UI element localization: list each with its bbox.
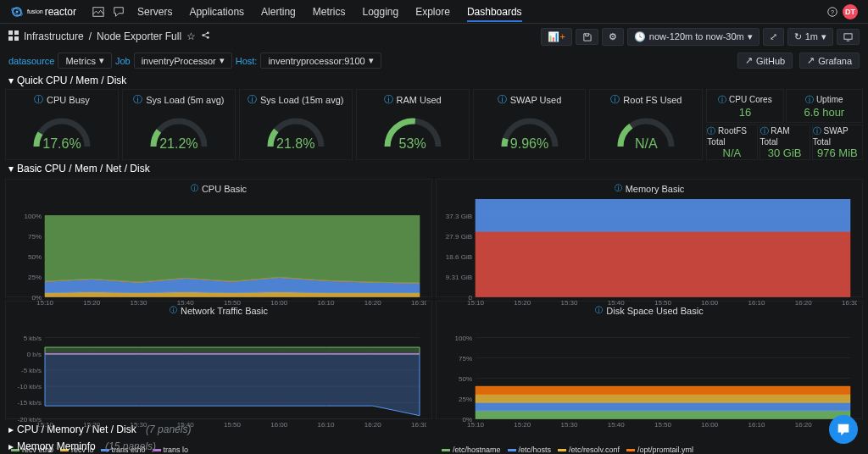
panel-title: ⓘ Sys Load (5m avg): [133, 90, 224, 109]
svg-text:16:00: 16:00: [270, 421, 288, 429]
svg-text:16:00: 16:00: [701, 421, 719, 429]
svg-text:25%: 25%: [28, 274, 42, 281]
navbar: fusion reactor ServersApplicationsAlerti…: [0, 0, 868, 24]
row-quick-header[interactable]: ▾ Quick CPU / Mem / Disk: [0, 72, 868, 89]
breadcrumb-dashboard[interactable]: Node Exporter Full: [97, 30, 181, 42]
svg-text:15:10: 15:10: [467, 299, 485, 307]
svg-text:-15 kb/s: -15 kb/s: [18, 399, 42, 407]
var-host-label: Host:: [236, 56, 258, 66]
image-icon[interactable]: [92, 6, 104, 18]
svg-text:25%: 25%: [459, 396, 472, 403]
nav-item-metrics[interactable]: Metrics: [313, 6, 346, 18]
ram-gauge[interactable]: ⓘ RAM Used 53%: [356, 89, 470, 160]
svg-text:5 kb/s: 5 kb/s: [24, 335, 42, 342]
nav-item-applications[interactable]: Applications: [189, 6, 244, 18]
tv-button[interactable]: [837, 29, 860, 45]
info-icon: ⓘ: [615, 183, 622, 194]
svg-text:15:30: 15:30: [560, 421, 578, 429]
svg-text:100%: 100%: [455, 335, 472, 342]
svg-text:15:20: 15:20: [514, 299, 531, 307]
info-icon: ⓘ: [248, 93, 257, 106]
star-icon[interactable]: ☆: [186, 30, 196, 42]
brand-logo[interactable]: fusion reactor: [10, 5, 76, 19]
legend-item[interactable]: /opt/promtail.yml: [626, 446, 693, 454]
svg-rect-13: [844, 33, 852, 38]
svg-text:15:40: 15:40: [177, 299, 195, 307]
svg-text:15:50: 15:50: [224, 421, 242, 429]
info-icon: ⓘ: [34, 93, 43, 106]
github-link[interactable]: ↗ GitHub: [737, 53, 793, 69]
refresh-picker[interactable]: ↻ 1m ▾: [787, 28, 833, 46]
cpu-cores-stat[interactable]: ⓘ CPU Cores16: [706, 89, 783, 123]
svg-text:16:10: 16:10: [317, 299, 335, 307]
svg-text:15:40: 15:40: [608, 421, 626, 429]
var-datasource-select[interactable]: Metrics ▾: [58, 53, 111, 69]
svg-text:15:10: 15:10: [36, 299, 54, 307]
variable-row: datasource Metrics ▾ Job inventryProcess…: [0, 49, 868, 72]
breadcrumb-folder[interactable]: Infrastructure: [24, 30, 84, 42]
grid-icon: [8, 30, 19, 43]
panel-title: ⓘ RAM Used: [384, 90, 442, 109]
nav-item-explore[interactable]: Explore: [415, 6, 450, 18]
svg-text:16:30: 16:30: [411, 299, 426, 307]
grafana-link[interactable]: ↗ Grafana: [799, 53, 860, 69]
svg-text:15:30: 15:30: [130, 421, 147, 429]
svg-text:16:20: 16:20: [795, 421, 813, 429]
nav-item-servers[interactable]: Servers: [137, 6, 172, 18]
settings-button[interactable]: ⚙: [602, 28, 624, 46]
svg-text:15:20: 15:20: [514, 421, 531, 429]
svg-rect-9: [14, 36, 19, 41]
share-icon[interactable]: [201, 30, 210, 42]
var-job-select[interactable]: inventryProcessor ▾: [134, 53, 232, 69]
chat-icon[interactable]: [113, 6, 125, 18]
svg-text:15:50: 15:50: [654, 421, 672, 429]
uptime-stat[interactable]: ⓘ Uptime6.6 hour: [786, 89, 863, 123]
legend-item[interactable]: /etc/resolv.conf: [558, 446, 620, 454]
intercom-chat-icon[interactable]: [829, 415, 858, 444]
chart-legend: /etc/hostname/etc/hosts/etc/resolv.conf/…: [437, 444, 862, 454]
zoom-out-button[interactable]: ⤢: [763, 28, 784, 46]
svg-text:?: ?: [831, 8, 834, 14]
var-job-label: Job: [115, 56, 131, 66]
help-icon[interactable]: ?: [826, 6, 838, 18]
panel-title: ⓘ Root FS Used: [610, 90, 682, 109]
gauge-value: 53%: [379, 136, 447, 152]
svg-text:15:20: 15:20: [83, 421, 101, 429]
panel-title: ⓘ CPU Busy: [34, 90, 90, 109]
svg-text:15:20: 15:20: [83, 299, 101, 307]
load5-gauge[interactable]: ⓘ Sys Load (5m avg) 21.2%: [122, 89, 236, 160]
cpu-busy-gauge[interactable]: ⓘ CPU Busy 17.6%: [5, 89, 119, 160]
legend-item[interactable]: trans lo: [153, 446, 189, 454]
legend-item[interactable]: /etc/hosts: [508, 446, 552, 454]
nav-item-logging[interactable]: Logging: [362, 6, 398, 18]
add-panel-button[interactable]: 📊+: [541, 28, 571, 46]
nav-item-dashboards[interactable]: Dashboards: [467, 6, 522, 22]
legend-item[interactable]: /etc/hostname: [442, 446, 501, 454]
swap-total-stat[interactable]: ⓘ SWAP Total976 MiB: [812, 125, 863, 160]
svg-text:16:20: 16:20: [364, 299, 382, 307]
memory-basic-panel[interactable]: ⓘ Memory Basic09.31 GiB18.6 GiB27.9 GiB3…: [436, 179, 863, 297]
time-range-picker[interactable]: 🕓 now-120m to now-30m ▾: [627, 28, 760, 46]
svg-text:0 b/s: 0 b/s: [27, 351, 42, 358]
row-basic-header[interactable]: ▾ Basic CPU / Mem / Net / Disk: [0, 160, 868, 177]
gauge-value: N/A: [612, 136, 680, 152]
var-host-select[interactable]: inventryprocessor:9100 ▾: [260, 53, 381, 69]
panel-title: ⓘ SWAP Used: [498, 90, 562, 109]
svg-text:16:10: 16:10: [748, 299, 765, 307]
ram-total-stat[interactable]: ⓘ RAM Total30 GiB: [760, 125, 810, 160]
rootfs-total-stat[interactable]: ⓘ RootFS TotalN/A: [706, 125, 757, 160]
svg-text:-10 kb/s: -10 kb/s: [18, 383, 42, 390]
cpu-basic-panel[interactable]: ⓘ CPU Basic0%25%50%75%100%15:1015:2015:3…: [5, 179, 432, 297]
swap-gauge[interactable]: ⓘ SWAP Used 9.96%: [473, 89, 587, 160]
svg-text:16:20: 16:20: [795, 299, 813, 307]
svg-text:16:00: 16:00: [701, 299, 719, 307]
svg-text:9.31 GiB: 9.31 GiB: [446, 274, 472, 281]
brand-text: reactor: [45, 6, 76, 18]
nav-item-alerting[interactable]: Alerting: [261, 6, 296, 18]
rootfs-gauge[interactable]: ⓘ Root FS Used N/A: [589, 89, 703, 160]
gauge-value: 21.8%: [262, 136, 330, 152]
avatar[interactable]: DT: [843, 4, 858, 19]
svg-text:16:10: 16:10: [748, 421, 765, 429]
load15-gauge[interactable]: ⓘ Sys Load (15m avg) 21.8%: [239, 89, 353, 160]
save-button[interactable]: [576, 29, 598, 45]
